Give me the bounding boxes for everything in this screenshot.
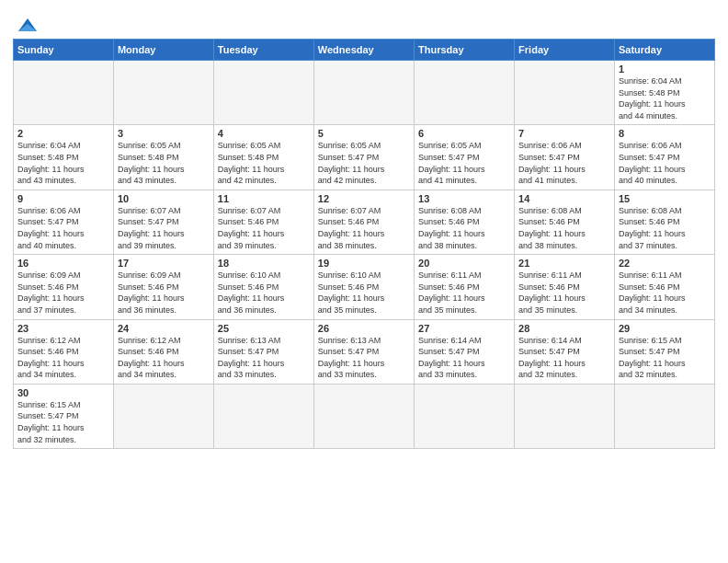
day-number: 29 xyxy=(619,323,711,334)
logo-text xyxy=(13,15,40,35)
day-number: 22 xyxy=(619,258,711,269)
calendar-cell xyxy=(313,61,414,125)
calendar-cell xyxy=(614,384,714,448)
calendar-cell: 8Sunrise: 6:06 AM Sunset: 5:47 PM Daylig… xyxy=(614,125,714,190)
calendar-cell: 7Sunrise: 6:06 AM Sunset: 5:47 PM Daylig… xyxy=(515,125,615,190)
calendar-cell: 30Sunrise: 6:15 AM Sunset: 5:47 PM Dayli… xyxy=(14,384,114,448)
calendar-cell: 1Sunrise: 6:04 AM Sunset: 5:48 PM Daylig… xyxy=(614,61,714,125)
calendar-cell: 27Sunrise: 6:14 AM Sunset: 5:47 PM Dayli… xyxy=(415,319,515,384)
day-number: 15 xyxy=(619,193,711,204)
day-number: 16 xyxy=(17,258,109,269)
day-info: Sunrise: 6:05 AM Sunset: 5:48 PM Dayligh… xyxy=(218,140,310,186)
calendar-header-thursday: Thursday xyxy=(415,40,515,61)
calendar-cell xyxy=(213,384,313,448)
calendar-cell: 21Sunrise: 6:11 AM Sunset: 5:46 PM Dayli… xyxy=(515,255,615,319)
day-info: Sunrise: 6:11 AM Sunset: 5:46 PM Dayligh… xyxy=(518,270,610,316)
day-info: Sunrise: 6:05 AM Sunset: 5:47 PM Dayligh… xyxy=(318,140,410,186)
day-number: 27 xyxy=(418,323,510,334)
logo xyxy=(13,11,40,31)
logo-icon xyxy=(15,15,40,35)
day-info: Sunrise: 6:15 AM Sunset: 5:47 PM Dayligh… xyxy=(17,399,109,445)
day-info: Sunrise: 6:13 AM Sunset: 5:47 PM Dayligh… xyxy=(218,335,310,381)
day-number: 23 xyxy=(17,323,109,334)
calendar-cell xyxy=(515,61,615,125)
day-number: 2 xyxy=(17,128,109,139)
day-number: 30 xyxy=(17,387,109,398)
calendar-cell: 12Sunrise: 6:07 AM Sunset: 5:46 PM Dayli… xyxy=(313,190,414,254)
calendar-cell: 5Sunrise: 6:05 AM Sunset: 5:47 PM Daylig… xyxy=(313,125,414,190)
calendar-cell: 24Sunrise: 6:12 AM Sunset: 5:46 PM Dayli… xyxy=(113,319,213,384)
calendar-cell: 25Sunrise: 6:13 AM Sunset: 5:47 PM Dayli… xyxy=(213,319,313,384)
calendar-header-row: SundayMondayTuesdayWednesdayThursdayFrid… xyxy=(14,40,715,61)
calendar-cell xyxy=(415,61,515,125)
day-number: 8 xyxy=(619,128,711,139)
calendar-cell xyxy=(14,61,114,125)
day-info: Sunrise: 6:09 AM Sunset: 5:46 PM Dayligh… xyxy=(17,270,109,316)
day-info: Sunrise: 6:07 AM Sunset: 5:46 PM Dayligh… xyxy=(318,205,410,251)
calendar-cell: 19Sunrise: 6:10 AM Sunset: 5:46 PM Dayli… xyxy=(313,255,414,319)
calendar-cell: 23Sunrise: 6:12 AM Sunset: 5:46 PM Dayli… xyxy=(14,319,114,384)
day-info: Sunrise: 6:11 AM Sunset: 5:46 PM Dayligh… xyxy=(619,270,711,316)
day-number: 26 xyxy=(318,323,410,334)
calendar: SundayMondayTuesdayWednesdayThursdayFrid… xyxy=(13,39,715,449)
day-info: Sunrise: 6:07 AM Sunset: 5:47 PM Dayligh… xyxy=(118,205,210,251)
day-info: Sunrise: 6:14 AM Sunset: 5:47 PM Dayligh… xyxy=(518,335,610,381)
calendar-cell: 2Sunrise: 6:04 AM Sunset: 5:48 PM Daylig… xyxy=(14,125,114,190)
day-info: Sunrise: 6:10 AM Sunset: 5:46 PM Dayligh… xyxy=(318,270,410,316)
day-info: Sunrise: 6:04 AM Sunset: 5:48 PM Dayligh… xyxy=(17,140,109,186)
calendar-header-saturday: Saturday xyxy=(614,40,714,61)
calendar-header-monday: Monday xyxy=(113,40,213,61)
calendar-cell: 20Sunrise: 6:11 AM Sunset: 5:46 PM Dayli… xyxy=(415,255,515,319)
day-number: 6 xyxy=(418,128,510,139)
day-info: Sunrise: 6:13 AM Sunset: 5:47 PM Dayligh… xyxy=(318,335,410,381)
day-number: 28 xyxy=(518,323,610,334)
day-number: 18 xyxy=(218,258,310,269)
day-info: Sunrise: 6:14 AM Sunset: 5:47 PM Dayligh… xyxy=(418,335,510,381)
calendar-cell: 29Sunrise: 6:15 AM Sunset: 5:47 PM Dayli… xyxy=(614,319,714,384)
header xyxy=(13,11,715,31)
calendar-cell xyxy=(213,61,313,125)
day-number: 20 xyxy=(418,258,510,269)
day-info: Sunrise: 6:08 AM Sunset: 5:46 PM Dayligh… xyxy=(418,205,510,251)
day-number: 19 xyxy=(318,258,410,269)
day-info: Sunrise: 6:08 AM Sunset: 5:46 PM Dayligh… xyxy=(619,205,711,251)
day-number: 3 xyxy=(118,128,210,139)
day-number: 21 xyxy=(518,258,610,269)
page: SundayMondayTuesdayWednesdayThursdayFrid… xyxy=(0,0,728,563)
day-number: 10 xyxy=(118,193,210,204)
day-info: Sunrise: 6:05 AM Sunset: 5:47 PM Dayligh… xyxy=(418,140,510,186)
day-info: Sunrise: 6:08 AM Sunset: 5:46 PM Dayligh… xyxy=(518,205,610,251)
day-number: 14 xyxy=(518,193,610,204)
day-number: 17 xyxy=(118,258,210,269)
day-info: Sunrise: 6:11 AM Sunset: 5:46 PM Dayligh… xyxy=(418,270,510,316)
day-info: Sunrise: 6:04 AM Sunset: 5:48 PM Dayligh… xyxy=(619,75,711,121)
calendar-header-friday: Friday xyxy=(515,40,615,61)
calendar-cell: 17Sunrise: 6:09 AM Sunset: 5:46 PM Dayli… xyxy=(113,255,213,319)
day-number: 1 xyxy=(619,63,711,75)
calendar-cell: 11Sunrise: 6:07 AM Sunset: 5:46 PM Dayli… xyxy=(213,190,313,254)
calendar-cell: 4Sunrise: 6:05 AM Sunset: 5:48 PM Daylig… xyxy=(213,125,313,190)
day-number: 25 xyxy=(218,323,310,334)
calendar-cell xyxy=(113,384,213,448)
day-number: 11 xyxy=(218,193,310,204)
day-info: Sunrise: 6:05 AM Sunset: 5:48 PM Dayligh… xyxy=(118,140,210,186)
calendar-cell xyxy=(113,61,213,125)
day-number: 7 xyxy=(518,128,610,139)
day-number: 5 xyxy=(318,128,410,139)
calendar-cell: 15Sunrise: 6:08 AM Sunset: 5:46 PM Dayli… xyxy=(614,190,714,254)
calendar-cell xyxy=(515,384,615,448)
day-number: 24 xyxy=(118,323,210,334)
calendar-cell: 28Sunrise: 6:14 AM Sunset: 5:47 PM Dayli… xyxy=(515,319,615,384)
calendar-cell: 22Sunrise: 6:11 AM Sunset: 5:46 PM Dayli… xyxy=(614,255,714,319)
calendar-cell: 14Sunrise: 6:08 AM Sunset: 5:46 PM Dayli… xyxy=(515,190,615,254)
day-info: Sunrise: 6:09 AM Sunset: 5:46 PM Dayligh… xyxy=(118,270,210,316)
calendar-header-wednesday: Wednesday xyxy=(313,40,414,61)
calendar-cell: 10Sunrise: 6:07 AM Sunset: 5:47 PM Dayli… xyxy=(113,190,213,254)
calendar-header-tuesday: Tuesday xyxy=(213,40,313,61)
day-info: Sunrise: 6:07 AM Sunset: 5:46 PM Dayligh… xyxy=(218,205,310,251)
calendar-cell xyxy=(313,384,414,448)
calendar-cell: 16Sunrise: 6:09 AM Sunset: 5:46 PM Dayli… xyxy=(14,255,114,319)
calendar-cell: 3Sunrise: 6:05 AM Sunset: 5:48 PM Daylig… xyxy=(113,125,213,190)
calendar-cell: 6Sunrise: 6:05 AM Sunset: 5:47 PM Daylig… xyxy=(415,125,515,190)
day-info: Sunrise: 6:06 AM Sunset: 5:47 PM Dayligh… xyxy=(518,140,610,186)
